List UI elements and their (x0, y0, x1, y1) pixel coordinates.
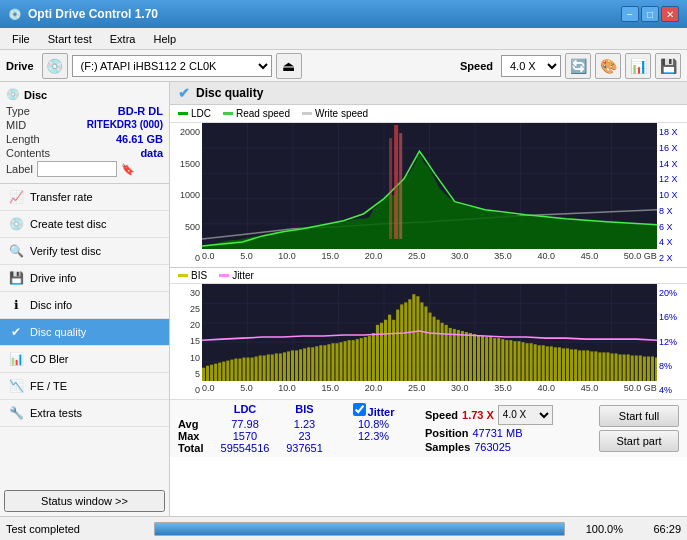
color-button[interactable]: 🎨 (595, 53, 621, 79)
refresh-button[interactable]: 🔄 (565, 53, 591, 79)
bottom-chart-x-labels: 0.0 5.0 10.0 15.0 20.0 25.0 30.0 35.0 40… (202, 381, 657, 399)
legend-ldc: LDC (178, 108, 211, 119)
svg-rect-114 (534, 344, 537, 381)
toolbar: Drive 💿 (F:) ATAPI iHBS112 2 CL0K ⏏ Spee… (0, 50, 687, 82)
svg-rect-131 (602, 352, 605, 381)
eject-button[interactable]: ⏏ (276, 53, 302, 79)
minimize-button[interactable]: − (621, 6, 639, 22)
sidebar-item-verify-test[interactable]: 🔍 Verify test disc (0, 238, 169, 265)
svg-rect-118 (550, 346, 553, 381)
svg-rect-111 (522, 342, 525, 381)
close-button[interactable]: ✕ (661, 6, 679, 22)
sidebar-item-drive-info[interactable]: 💾 Drive info (0, 265, 169, 292)
speed-select[interactable]: 4.0 X (501, 55, 561, 77)
svg-rect-47 (263, 355, 266, 381)
jitter-checkbox[interactable] (353, 403, 366, 416)
bis-header: BIS (277, 403, 332, 418)
max-ldc: 1570 (215, 430, 275, 442)
sidebar-navigation: 📈 Transfer rate 💿 Create test disc 🔍 Ver… (0, 184, 169, 486)
bottom-chart-y-right: 20% 16% 12% 8% 4% (657, 284, 687, 399)
svg-rect-71 (360, 338, 363, 381)
drive-info-icon: 💾 (8, 270, 24, 286)
save-button[interactable]: 💾 (655, 53, 681, 79)
svg-rect-100 (477, 335, 480, 381)
ldc-dot (178, 112, 188, 115)
svg-rect-43 (246, 358, 249, 381)
drive-select[interactable]: (F:) ATAPI iHBS112 2 CL0K (72, 55, 272, 77)
sidebar-item-create-test[interactable]: 💿 Create test disc (0, 211, 169, 238)
svg-rect-87 (424, 306, 427, 381)
samples-value: 763025 (474, 441, 511, 453)
menu-extra[interactable]: Extra (102, 31, 144, 47)
svg-rect-39 (230, 360, 233, 381)
svg-rect-86 (420, 302, 423, 381)
sidebar-item-cd-bler[interactable]: 📊 CD Bler (0, 346, 169, 373)
svg-rect-50 (275, 353, 278, 381)
svg-rect-136 (623, 354, 626, 381)
test-speed-select[interactable]: 4.0 X (498, 405, 553, 425)
svg-rect-69 (352, 340, 355, 381)
label-icon[interactable]: 🔖 (121, 163, 135, 176)
contents-label: Contents (6, 147, 50, 159)
avg-bis: 1.23 (277, 418, 332, 430)
svg-rect-96 (461, 331, 464, 381)
disc-quality-icon: ✔ (8, 324, 24, 340)
menu-help[interactable]: Help (145, 31, 184, 47)
title-controls: − □ ✕ (621, 6, 679, 22)
status-time: 66:29 (631, 523, 681, 535)
svg-rect-82 (404, 302, 407, 381)
sidebar-item-disc-quality[interactable]: ✔ Disc quality (0, 319, 169, 346)
svg-rect-126 (582, 350, 585, 381)
status-window-button[interactable]: Status window >> (4, 490, 165, 512)
svg-rect-54 (291, 350, 294, 381)
svg-rect-72 (364, 337, 367, 381)
drive-info-label: Drive info (30, 272, 76, 284)
stats-total-row: Total 59554516 937651 (178, 442, 401, 454)
graph-button[interactable]: 📊 (625, 53, 651, 79)
write-speed-dot (302, 112, 312, 115)
svg-rect-120 (558, 347, 561, 381)
svg-rect-143 (651, 356, 654, 381)
svg-rect-101 (481, 336, 484, 381)
fe-te-label: FE / TE (30, 380, 67, 392)
top-chart-svg (202, 123, 657, 249)
main-area: 💿 Disc Type BD-R DL MID RITEKDR3 (000) L… (0, 82, 687, 516)
disc-length-row: Length 46.61 GB (6, 133, 163, 145)
disc-label-input[interactable] (37, 161, 117, 177)
disc-title-text: Disc (24, 89, 47, 101)
svg-rect-75 (376, 325, 379, 381)
svg-rect-36 (218, 363, 221, 381)
maximize-button[interactable]: □ (641, 6, 659, 22)
verify-test-icon: 🔍 (8, 243, 24, 259)
disc-panel-title: 💿 Disc (6, 88, 163, 101)
svg-rect-97 (465, 332, 468, 381)
start-part-button[interactable]: Start part (599, 430, 679, 452)
position-label: Position (425, 427, 468, 439)
svg-rect-88 (428, 313, 431, 381)
position-value: 47731 MB (472, 427, 522, 439)
ldc-header: LDC (215, 403, 275, 418)
start-full-button[interactable]: Start full (599, 405, 679, 427)
svg-rect-81 (400, 304, 403, 381)
sidebar-item-transfer-rate[interactable]: 📈 Transfer rate (0, 184, 169, 211)
disc-info-icon: ℹ (8, 297, 24, 313)
svg-rect-65 (335, 343, 338, 381)
menu-start-test[interactable]: Start test (40, 31, 100, 47)
svg-rect-49 (271, 354, 274, 381)
menu-file[interactable]: File (4, 31, 38, 47)
max-jitter: 12.3% (346, 430, 401, 442)
svg-rect-112 (526, 343, 529, 381)
svg-rect-74 (372, 333, 375, 381)
type-value: BD-R DL (118, 105, 163, 117)
svg-rect-140 (639, 355, 642, 381)
sidebar-item-disc-info[interactable]: ℹ Disc info (0, 292, 169, 319)
samples-row: Samples 763025 (425, 441, 553, 453)
mid-label: MID (6, 119, 26, 131)
sidebar-item-fe-te[interactable]: 📉 FE / TE (0, 373, 169, 400)
svg-rect-46 (259, 355, 262, 381)
sidebar-item-extra-tests[interactable]: 🔧 Extra tests (0, 400, 169, 427)
top-chart-svg-wrapper (202, 123, 657, 249)
svg-rect-32 (202, 368, 205, 381)
speed-row: Speed 1.73 X 4.0 X (425, 405, 553, 425)
svg-rect-93 (449, 328, 452, 381)
